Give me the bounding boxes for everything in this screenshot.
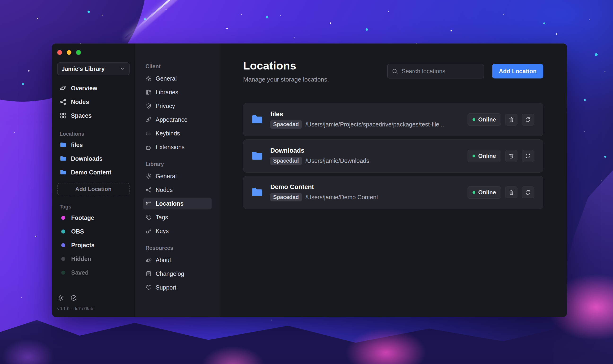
tag-label: Footage [71,214,94,221]
tag-label: Saved [71,269,89,276]
settings-item-support[interactable]: Support [143,282,212,293]
sidebar-item-label: Nodes [71,99,89,105]
location-name: Demo Content [270,183,378,191]
add-location-button[interactable]: Add Location [492,64,543,78]
nodes-icon [60,98,67,105]
sidebar-footer: v0.1.0 - dc7a76ab [57,295,130,317]
online-dot [473,118,475,121]
delete-location-button[interactable] [505,114,518,126]
settings-item-tags[interactable]: Tags [143,211,212,223]
location-row-demo-content: Demo Content Spacedad /Users/jamie/Demo … [243,176,543,209]
settings-item-libraries[interactable]: Libraries [143,86,212,98]
page-title-block: Locations Manage your storage locations. [243,59,329,83]
sidebar-item-label: Overview [71,85,97,92]
sidebar-item-nodes[interactable]: Nodes [57,95,130,109]
node-badge: Spacedad [270,120,302,129]
sync-icon [525,153,531,159]
rescan-location-button[interactable] [522,150,534,162]
sidebar-location-label: Downloads [71,155,102,162]
delete-location-button[interactable] [505,150,518,162]
sidebar-add-location-button[interactable]: Add Location [57,183,130,195]
settings-item-label: General [156,173,177,180]
location-actions: Online [462,150,534,162]
tag-color-dot [61,271,65,275]
puzzle-icon [146,144,152,150]
search-input[interactable] [401,68,480,75]
settings-gear-icon[interactable] [57,295,64,301]
tag-color-dot [61,257,65,261]
settings-item-label: Extensions [156,144,185,151]
sidebar-tags-list: Footage OBS Projects Hidden Saved [57,211,130,279]
nodes-icon [146,187,152,193]
settings-section-header: Resources [146,245,212,251]
gear-icon [146,173,152,179]
zoom-window-button[interactable] [76,50,81,55]
settings-item-extensions[interactable]: Extensions [143,141,212,153]
location-info: Demo Content Spacedad /Users/jamie/Demo … [270,183,378,201]
settings-item-changelog[interactable]: Changelog [143,268,212,280]
settings-item-privacy[interactable]: Privacy [143,100,212,112]
status-label: Online [478,116,496,123]
settings-item-label: Locations [156,200,184,207]
tag-color-dot [61,230,65,234]
status-badge: Online [467,114,501,126]
check-circle-icon[interactable] [70,295,77,301]
page-subtitle: Manage your storage locations. [243,76,329,83]
folder-icon [250,113,264,126]
minimize-window-button[interactable] [67,50,71,55]
settings-item-label: Nodes [156,186,173,193]
page-header: Locations Manage your storage locations.… [243,59,543,83]
settings-item-about[interactable]: About [143,254,212,266]
location-name: Downloads [270,147,369,154]
changelog-icon [146,271,152,277]
node-badge: Spacedad [270,157,302,165]
trash-icon [508,189,514,195]
delete-location-button[interactable] [505,186,518,198]
location-actions: Online [462,114,534,126]
location-path: /Users/jamie/Downloads [306,157,369,164]
close-window-button[interactable] [57,50,62,55]
keyboard-icon [146,130,152,137]
gear-icon [146,75,152,82]
tag-item-obs[interactable]: OBS [57,224,130,238]
settings-section-header: Client [146,63,212,70]
settings-item-label: Appearance [156,116,187,123]
app-version: v0.1.0 - dc7a76ab [57,306,130,311]
window-controls [57,43,130,55]
settings-item-appearance[interactable]: Appearance [143,114,212,126]
sidebar-item-spaces[interactable]: Spaces [57,109,130,122]
location-row-downloads: Downloads Spacedad /Users/jamie/Download… [243,140,543,172]
tag-item-saved[interactable]: Saved [57,266,130,279]
online-dot [473,155,475,157]
settings-item-locations[interactable]: Locations [143,198,212,209]
tag-item-hidden[interactable]: Hidden [57,252,130,266]
settings-item-label: Keys [156,228,169,234]
tag-item-footage[interactable]: Footage [57,211,130,224]
sidebar-nav: Overview Nodes Spaces [57,81,130,122]
folder-icon [250,150,264,162]
settings-item-client-general[interactable]: General [143,73,212,84]
settings-item-library-nodes[interactable]: Nodes [143,184,212,196]
tag-item-projects[interactable]: Projects [57,238,130,252]
sync-icon [525,189,531,195]
sidebar-location-label: Demo Content [71,169,111,176]
shield-icon [146,103,152,109]
sidebar-location-files[interactable]: files [57,138,130,152]
tag-color-dot [61,243,65,247]
library-selector[interactable]: Jamie's Library [57,62,130,75]
settings-item-library-general[interactable]: General [143,170,212,182]
settings-item-label: Keybinds [156,130,180,137]
settings-item-label: General [156,75,177,82]
settings-item-keybinds[interactable]: Keybinds [143,127,212,139]
tag-color-dot [61,216,65,220]
sidebar-location-downloads[interactable]: Downloads [57,152,130,166]
settings-nav: Client General Libraries [135,43,220,317]
sidebar: Jamie's Library Overview Nodes [52,43,135,317]
sidebar-location-demo-content[interactable]: Demo Content [57,166,130,179]
glow-dots [0,0,1,1]
rescan-location-button[interactable] [522,114,534,126]
sidebar-item-overview[interactable]: Overview [57,81,130,95]
rescan-location-button[interactable] [522,186,534,198]
search-box[interactable] [387,64,484,78]
settings-item-keys[interactable]: Keys [143,225,212,237]
